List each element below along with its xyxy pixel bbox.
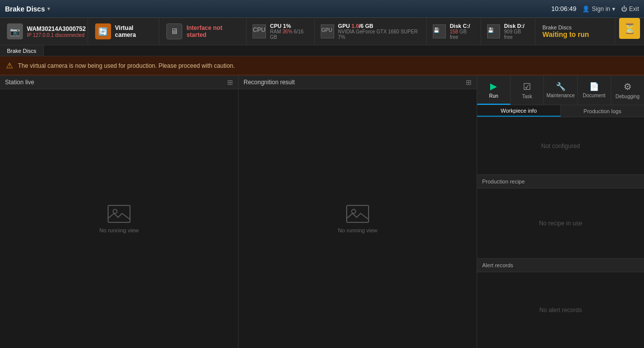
recognition-result-no-view: No running view xyxy=(338,227,378,233)
alert-records-content: No alert records xyxy=(477,272,644,348)
icon-nav: ▶ Run ☑ Task 🔧 Maintenance 📄 Document ⚙ … xyxy=(477,75,644,105)
user-icon: 👤 xyxy=(582,5,590,12)
recognition-result-placeholder-icon xyxy=(346,204,370,223)
interface-icon: 🖥 xyxy=(170,27,178,36)
camera-id: WAM30214A3000752 xyxy=(27,25,86,32)
no-alert-text: No alert records xyxy=(539,307,582,314)
virtual-camera-icon-box: 🔄 xyxy=(95,23,111,39)
disk-c-icon: 💾 xyxy=(433,27,439,33)
brake-discs-tab-label: Brake Discs xyxy=(7,48,36,54)
right-sidebar: ▶ Run ☑ Task 🔧 Maintenance 📄 Document ⚙ … xyxy=(477,75,644,348)
toolbar: 📷 WAM30214A3000752 IP 127.0.0.1 disconne… xyxy=(0,18,644,45)
task-icon: ☑ xyxy=(523,81,531,92)
production-logs-tab-label: Production logs xyxy=(584,108,622,114)
brake-discs-tab[interactable]: Brake Discs xyxy=(0,45,44,56)
svg-rect-2 xyxy=(347,205,369,222)
clock: 10:06:49 xyxy=(551,5,577,12)
left-panels: Station live ⊞ No running view Recongnit… xyxy=(0,75,477,348)
document-label: Document xyxy=(583,93,606,98)
interface-info: Interface not started xyxy=(186,24,239,38)
interface-label: Interface not started xyxy=(186,24,239,38)
production-logs-tab[interactable]: Production logs xyxy=(561,105,644,117)
app-title: Brake Discs ▾ xyxy=(5,5,50,13)
sign-in-label: Sign in xyxy=(592,5,610,12)
interface-toolbar-item[interactable]: 🖥 Interface not started xyxy=(159,18,246,45)
sub-tabs: Workpiece info Production logs xyxy=(477,105,644,117)
cpu-icon: CPU xyxy=(253,26,265,33)
alert-records-label: Alert records xyxy=(482,262,513,268)
nav-maintenance-item[interactable]: 🔧 Maintenance xyxy=(544,75,577,105)
disk-d-icon-box: 💾 xyxy=(487,24,500,38)
disk-d-icon: 💾 xyxy=(488,27,494,33)
debugging-label: Debugging xyxy=(616,94,640,99)
recognition-result-header: Recongnition result ⊞ xyxy=(239,75,477,89)
tab-bar: Brake Discs xyxy=(0,45,644,56)
cpu-label: CPU 1% xyxy=(270,23,308,29)
svg-rect-0 xyxy=(108,205,130,222)
maintenance-label: Maintenance xyxy=(546,93,575,98)
exit-label: Exit xyxy=(629,5,639,12)
gpu-info: GPU 1.0/6 GB NVIDIA GeForce GTX 1660 SUP… xyxy=(338,23,420,40)
camera-toolbar-item[interactable]: 📷 WAM30214A3000752 IP 127.0.0.1 disconne… xyxy=(0,18,88,45)
virtual-camera-info: Virtual camera xyxy=(115,24,152,38)
cpu-stat-item: CPU CPU 1% RAM 36% 6/16 GB xyxy=(247,18,315,45)
station-live-panel: Station live ⊞ No running view xyxy=(0,75,239,348)
svg-point-3 xyxy=(352,209,356,213)
camera-status: IP 127.0.0.1 disconnected xyxy=(27,32,86,38)
nav-run-item[interactable]: ▶ Run xyxy=(477,75,511,105)
virtual-camera-toolbar-item[interactable]: 🔄 Virtual camera xyxy=(88,18,160,45)
sign-in-button[interactable]: 👤 Sign in ▾ xyxy=(582,5,615,12)
station-live-no-view: No running view xyxy=(100,227,139,233)
alert-records-divider: Alert records xyxy=(477,258,644,272)
production-recipe-divider: Production recipe xyxy=(477,174,644,188)
recognition-result-body: No running view xyxy=(239,89,477,348)
disk-c-info: Disk C:/ 158 GB free xyxy=(450,23,475,40)
nav-document-item[interactable]: 📄 Document xyxy=(578,75,611,105)
app-header: Brake Discs ▾ 10:06:49 👤 Sign in ▾ ⏻ Exi… xyxy=(0,0,644,18)
virtual-camera-icon: 🔄 xyxy=(98,27,108,36)
interface-icon-box: 🖥 xyxy=(166,23,182,39)
title-dropdown-arrow[interactable]: ▾ xyxy=(47,6,50,11)
workpiece-info-tab[interactable]: Workpiece info xyxy=(477,105,561,117)
disk-d-sub: 909 GB free xyxy=(504,29,529,40)
production-recipe-content: No recipe in use xyxy=(477,188,644,258)
no-recipe-text: No recipe in use xyxy=(539,220,582,227)
station-live-grid-icon[interactable]: ⊞ xyxy=(227,78,233,86)
disk-d-info: Disk D:/ 909 GB free xyxy=(504,23,529,40)
brake-status-panel: Brake Discs Waiting to run xyxy=(535,18,615,45)
header-right: 10:06:49 👤 Sign in ▾ ⏻ Exit xyxy=(551,5,639,12)
debugging-icon: ⚙ xyxy=(624,81,632,92)
nav-debugging-item[interactable]: ⚙ Debugging xyxy=(611,75,644,105)
sign-in-dropdown: ▾ xyxy=(612,5,615,12)
disk-c-icon-box: 💾 xyxy=(433,24,446,38)
camera-icon: 📷 xyxy=(10,27,20,36)
not-configured-text: Not configured xyxy=(541,143,580,150)
cpu-info: CPU 1% RAM 36% 6/16 GB xyxy=(270,23,308,40)
warning-icon: ⚠ xyxy=(6,61,13,70)
maintenance-icon: 🔧 xyxy=(556,82,566,91)
recognition-result-grid-icon[interactable]: ⊞ xyxy=(466,78,472,86)
production-recipe-section: No recipe in use xyxy=(477,188,644,258)
camera-info: WAM30214A3000752 IP 127.0.0.1 disconnect… xyxy=(27,25,86,38)
run-label: Run xyxy=(489,93,498,99)
gpu-label: GPU 1.0/6 GB xyxy=(338,23,420,29)
production-recipe-label: Production recipe xyxy=(482,178,525,184)
task-label: Task xyxy=(522,94,532,99)
title-text: Brake Discs xyxy=(5,5,45,13)
station-live-placeholder-icon xyxy=(107,204,131,223)
alert-records-section: No alert records xyxy=(477,272,644,348)
cpu-icon-box: CPU xyxy=(253,24,266,38)
gpu-sub: NVIDIA GeForce GTX 1660 SUPER 7% xyxy=(338,29,420,40)
disk-c-sub: 158 GB free xyxy=(450,29,475,40)
workpiece-info-tab-label: Workpiece info xyxy=(501,108,537,114)
station-live-title: Station live xyxy=(5,79,34,86)
cpu-ram: RAM 36% 6/16 GB xyxy=(270,29,308,40)
exit-button[interactable]: ⏻ Exit xyxy=(621,5,639,12)
brake-status-label: Brake Discs xyxy=(542,24,608,30)
nav-task-item[interactable]: ☑ Task xyxy=(511,75,544,105)
gpu-stat-item: GPU GPU 1.0/6 GB NVIDIA GeForce GTX 1660… xyxy=(315,18,426,45)
timer-icon-box[interactable]: ⏳ xyxy=(619,18,640,39)
workpiece-info-content: Not configured xyxy=(477,117,644,174)
recognition-result-title: Recongnition result xyxy=(244,79,295,86)
gpu-icon: GPU xyxy=(321,27,332,33)
